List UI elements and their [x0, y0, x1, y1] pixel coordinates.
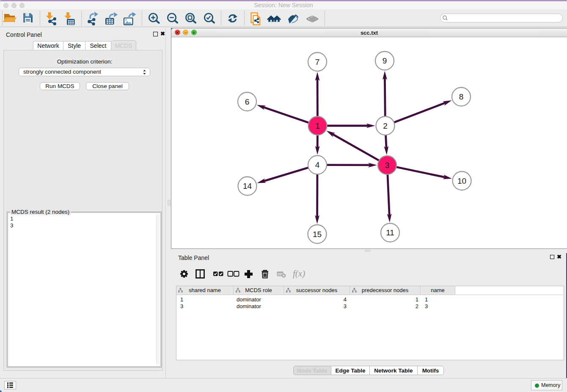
svg-text:14: 14: [243, 182, 252, 190]
svg-text:2: 2: [383, 121, 388, 130]
svg-text:4: 4: [315, 160, 320, 169]
svg-text:9: 9: [383, 56, 387, 65]
svg-text:7: 7: [315, 58, 320, 66]
svg-text:8: 8: [459, 92, 464, 101]
svg-text:3: 3: [385, 161, 390, 170]
svg-text:f(x): f(x): [293, 268, 305, 279]
svg-text:11: 11: [386, 228, 394, 237]
svg-text:6: 6: [245, 97, 250, 106]
svg-text:10: 10: [457, 177, 466, 185]
svg-text:15: 15: [313, 230, 322, 239]
svg-text:1: 1: [315, 121, 320, 130]
